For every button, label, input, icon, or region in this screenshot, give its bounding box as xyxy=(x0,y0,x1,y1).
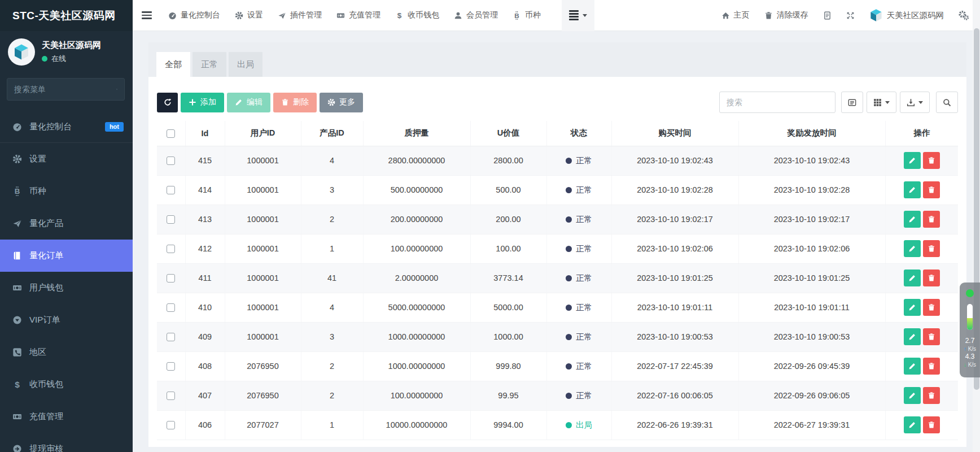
row-delete-button[interactable] xyxy=(923,416,940,433)
sidebar-item-withdraw-audit[interactable]: 提现审核 xyxy=(0,433,133,452)
nav-item-currency[interactable]: 币种 xyxy=(505,0,548,31)
tab-all[interactable]: 全部 xyxy=(156,52,190,77)
row-edit-button[interactable] xyxy=(904,416,921,433)
row-checkbox[interactable] xyxy=(167,421,175,429)
add-button[interactable]: 添加 xyxy=(181,93,224,112)
row-edit-button[interactable] xyxy=(904,299,921,316)
row-edit-button[interactable] xyxy=(904,387,921,404)
nav-language-button[interactable] xyxy=(816,0,839,31)
view-list-button[interactable] xyxy=(841,92,863,113)
row-checkbox[interactable] xyxy=(167,186,175,194)
refresh-button[interactable] xyxy=(157,93,178,112)
cube-logo-icon xyxy=(869,8,883,22)
row-checkbox[interactable] xyxy=(167,303,175,312)
row-checkbox[interactable] xyxy=(167,157,175,165)
sidebar-item-products[interactable]: 量化产品 xyxy=(0,207,133,240)
export-icon xyxy=(907,98,915,107)
row-delete-button[interactable] xyxy=(923,211,940,228)
row-edit-button[interactable] xyxy=(904,240,921,257)
edit-button[interactable]: 编辑 xyxy=(227,93,270,112)
columns-button[interactable] xyxy=(867,92,896,113)
cell-product-id: 4 xyxy=(301,293,363,322)
row-edit-button[interactable] xyxy=(904,358,921,375)
pencil-icon xyxy=(908,303,916,311)
nav-item-clear-cache[interactable]: 清除缓存 xyxy=(757,0,816,31)
menu-icon[interactable] xyxy=(133,0,161,31)
row-delete-button[interactable] xyxy=(923,240,940,257)
row-edit-button[interactable] xyxy=(904,328,921,345)
cell-user-id: 1000001 xyxy=(225,205,301,234)
cell-reward-time: 2023-10-10 19:01:25 xyxy=(738,263,885,293)
row-delete-button[interactable] xyxy=(923,181,940,198)
sidebar-item-vip-orders[interactable]: VIP订单 xyxy=(0,304,133,336)
nav-item-dashboard[interactable]: 量化控制台 xyxy=(161,0,228,31)
nav-item-recharge[interactable]: 充值管理 xyxy=(329,0,388,31)
nav-fullscreen-button[interactable] xyxy=(839,0,862,31)
sidebar-item-recharge[interactable]: 充值管理 xyxy=(0,401,133,433)
sidebar-item-region[interactable]: 地区 xyxy=(0,336,133,368)
row-delete-button[interactable] xyxy=(923,299,940,316)
status-dot-icon xyxy=(566,275,572,281)
nav-item-plugins[interactable]: 插件管理 xyxy=(270,0,329,31)
select-all-checkbox[interactable] xyxy=(167,129,175,138)
row-edit-button[interactable] xyxy=(904,152,921,169)
sidebar-item-currency[interactable]: 币种 xyxy=(0,175,133,207)
row-edit-button[interactable] xyxy=(904,181,921,198)
status-dot-icon xyxy=(966,289,974,297)
row-checkbox[interactable] xyxy=(167,245,175,253)
advanced-search-button[interactable] xyxy=(936,92,958,113)
sidebar-item-receive-wallet[interactable]: 收币钱包 xyxy=(0,368,133,401)
table-search-input[interactable] xyxy=(719,92,835,113)
nav-item-settings[interactable]: 设置 xyxy=(228,0,270,31)
trash-icon xyxy=(928,333,935,341)
tab-out[interactable]: 出局 xyxy=(229,52,262,77)
cell-reward-time: 2023-10-10 19:02:17 xyxy=(738,205,885,234)
row-edit-button[interactable] xyxy=(904,211,921,228)
row-checkbox[interactable] xyxy=(167,392,175,400)
sidebar-item-orders[interactable]: 量化订单 xyxy=(0,240,133,272)
row-delete-button[interactable] xyxy=(923,270,940,286)
language-icon xyxy=(823,11,832,20)
row-checkbox[interactable] xyxy=(167,274,175,282)
row-delete-button[interactable] xyxy=(923,358,940,375)
export-button[interactable] xyxy=(900,92,930,113)
cell-product-id: 2 xyxy=(301,205,363,234)
row-checkbox[interactable] xyxy=(167,333,175,341)
row-delete-button[interactable] xyxy=(923,387,940,404)
sidebar-item-settings[interactable]: 设置 xyxy=(0,143,133,175)
sidebar-search-input[interactable] xyxy=(14,85,116,94)
col-reward-time: 奖励发放时间 xyxy=(738,121,885,146)
more-button[interactable]: 更多 xyxy=(320,93,363,112)
status-dot-icon xyxy=(566,216,572,223)
delete-button[interactable]: 删除 xyxy=(273,93,317,112)
pencil-icon xyxy=(908,274,916,282)
nav-menu-toggle[interactable] xyxy=(562,0,594,31)
row-checkbox[interactable] xyxy=(167,362,175,371)
download-speed: 4.3 xyxy=(965,353,975,361)
tab-normal[interactable]: 正常 xyxy=(193,52,226,77)
main-content: 全部 正常 出局 添加 编辑 删除 更多 xyxy=(133,31,980,452)
nav-item-members[interactable]: 会员管理 xyxy=(447,0,505,31)
nav-item-home[interactable]: 主页 xyxy=(714,0,757,31)
sidebar-item-user-wallet[interactable]: 用户钱包 xyxy=(0,272,133,304)
sidebar: STC-天美社区源码网 天美社区源码网 在线 量化控制台hot 设置 币种 量化… xyxy=(0,0,133,452)
status-dot-icon xyxy=(566,246,572,252)
row-delete-button[interactable] xyxy=(923,328,940,345)
row-delete-button[interactable] xyxy=(923,152,940,169)
table-row: 409100000131000.000000001000.00正常2023-10… xyxy=(157,322,958,351)
cell-pledge: 500.00000000 xyxy=(363,175,470,205)
cell-product-id: 1 xyxy=(301,234,363,263)
nav-site-name[interactable]: 天美社区源码网 xyxy=(862,0,952,31)
trash-icon xyxy=(928,186,935,194)
nav-item-receive-wallet[interactable]: 收币钱包 xyxy=(388,0,447,31)
pencil-icon xyxy=(908,186,916,194)
cell-pledge: 5000.00000000 xyxy=(363,293,470,322)
table-row: 41410000013500.00000000500.00正常2023-10-1… xyxy=(157,175,958,205)
avatar[interactable] xyxy=(8,38,35,66)
cell-user-id: 2077027 xyxy=(225,410,301,440)
row-edit-button[interactable] xyxy=(904,270,921,286)
row-checkbox[interactable] xyxy=(167,215,175,224)
cell-pledge: 10000.00000000 xyxy=(363,410,470,440)
sidebar-item-dashboard[interactable]: 量化控制台hot xyxy=(0,111,133,143)
cell-buy-time: 2023-10-10 19:02:06 xyxy=(611,234,738,263)
